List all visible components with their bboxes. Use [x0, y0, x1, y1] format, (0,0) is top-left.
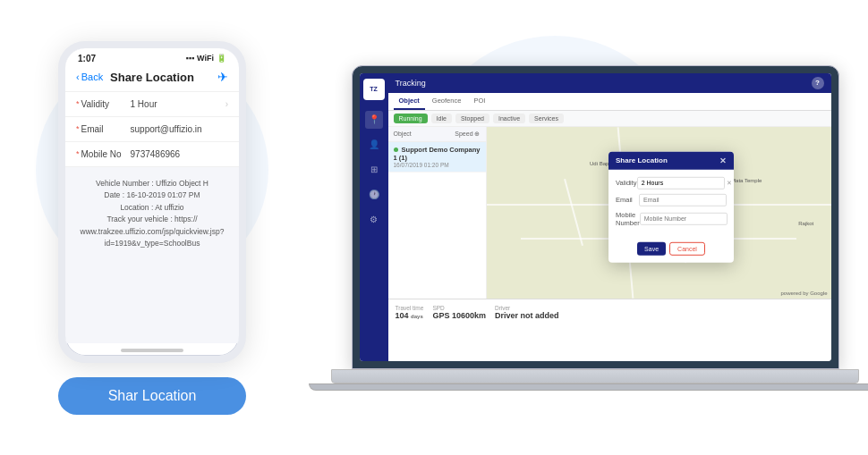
- email-label: Email: [81, 124, 131, 134]
- tab-object[interactable]: Object: [394, 93, 425, 110]
- message-line6: id=1919&v_type=SchoolBus: [76, 238, 228, 250]
- dialog-validity-input[interactable]: [637, 176, 725, 189]
- map-area: Bala Mata Temple Bhavani Mata Temple Udi…: [487, 127, 831, 299]
- laptop-screen: TZ 📍 👤 ⊞ 🕐: [360, 73, 831, 361]
- dialog-validity-label: Validity: [616, 179, 637, 187]
- col-object-label: Object: [394, 131, 412, 138]
- message-line4: Track your vehicle : https://: [76, 214, 228, 226]
- google-watermark: powered by Google: [780, 291, 827, 296]
- app-logo[interactable]: TZ: [363, 79, 385, 100]
- sidebar-item-layers[interactable]: ⊞: [365, 161, 383, 179]
- map-label-4: Rajkot: [798, 221, 813, 226]
- phone-wrapper: 1:07 ▪▪▪ WiFi 🔋 ‹ Back Share Location ✈: [18, 41, 286, 415]
- mobile-label: Mobile No: [81, 149, 131, 159]
- filter-bar: Running Idle Stopped Inactive Services: [388, 111, 831, 127]
- phone-header: ‹ Back Share Location ✈: [65, 65, 239, 92]
- dialog-cancel-button[interactable]: Cancel: [669, 241, 705, 255]
- form-row-mobile[interactable]: * Mobile No 9737486966: [65, 142, 239, 167]
- battery-icon: 🔋: [217, 54, 226, 63]
- share-dialog-title: Share Location: [616, 156, 668, 164]
- mobile-value: 9737486966: [131, 149, 228, 159]
- person-icon: 👤: [369, 139, 379, 149]
- speed-label: SPD: [432, 305, 486, 311]
- share-location-dialog: Share Location ✕ Validity ✕: [608, 151, 734, 262]
- main-content: Tracking ? Object Geofence POI Runn: [388, 73, 831, 361]
- location-icon: 📍: [369, 114, 379, 124]
- vehicle-time: 16/07/2019 01:20 PM: [394, 162, 481, 168]
- tab-poi[interactable]: POI: [468, 93, 490, 110]
- message-line5: www.trakzee.uffizio.com/jsp/quickview.js…: [76, 226, 228, 239]
- vehicle-item-0[interactable]: Support Demo Company 1 (1) 16/07/2019 01…: [388, 142, 486, 173]
- share-dialog-footer: Save Cancel: [608, 238, 734, 262]
- clock-icon: 🕐: [369, 190, 379, 199]
- tab-geofence[interactable]: Geofence: [427, 93, 467, 110]
- filter-idle[interactable]: Idle: [431, 114, 452, 123]
- validity-required-star: *: [76, 99, 80, 108]
- travel-time-unit: days: [411, 314, 423, 319]
- share-dialog-close-button[interactable]: ✕: [719, 156, 727, 164]
- sidebar-item-settings[interactable]: ⚙: [365, 211, 383, 229]
- vehicle-list-header: Object Speed ⊕: [388, 127, 486, 142]
- phone-frame: 1:07 ▪▪▪ WiFi 🔋 ‹ Back Share Location ✈: [58, 41, 246, 363]
- driver-value: Driver not added: [495, 311, 559, 320]
- sidebar-item-clock[interactable]: 🕐: [365, 186, 383, 204]
- vehicle-company: Support Demo Company 1 (1): [394, 146, 481, 162]
- dialog-validity-close[interactable]: ✕: [727, 179, 732, 186]
- app-title: Tracking: [396, 79, 426, 88]
- laptop-base: [331, 369, 859, 383]
- dialog-row-mobile: Mobile Number: [616, 210, 727, 226]
- map-background: Bala Mata Temple Bhavani Mata Temple Udi…: [487, 127, 831, 299]
- chevron-left-icon: ‹: [76, 72, 80, 82]
- gear-icon: ⚙: [370, 215, 378, 224]
- laptop-screen-frame: TZ 📍 👤 ⊞ 🕐: [352, 65, 839, 369]
- sidebar-item-person[interactable]: 👤: [365, 136, 383, 154]
- dialog-row-validity: Validity ✕: [616, 176, 727, 189]
- dialog-mobile-input[interactable]: [640, 212, 728, 224]
- tracking-app: TZ 📍 👤 ⊞ 🕐: [360, 73, 831, 361]
- speed-value: GPS 10600km: [432, 311, 486, 320]
- help-button[interactable]: ?: [812, 77, 824, 89]
- stat-travel-time: Travel time 104 days: [396, 305, 424, 356]
- col-speed-label: Speed ⊕: [455, 131, 480, 138]
- travel-time-label: Travel time: [396, 305, 424, 311]
- sidebar-item-location[interactable]: 📍: [365, 111, 383, 129]
- dialog-email-label: Email: [616, 196, 639, 204]
- share-location-button[interactable]: Shar Location: [58, 377, 246, 415]
- phone-home-indicator: [121, 349, 183, 352]
- stat-driver: Driver Driver not added: [495, 305, 559, 356]
- phone-back-button[interactable]: ‹ Back: [76, 72, 103, 82]
- form-row-email[interactable]: * Email support@uffizio.in: [65, 117, 239, 142]
- filter-services[interactable]: Services: [529, 114, 564, 123]
- bottom-panel: Travel time 104 days SPD GPS 10600km: [388, 299, 831, 361]
- mobile-required-star: *: [76, 149, 80, 158]
- bottom-stats: Travel time 104 days SPD GPS 10600km: [388, 299, 831, 361]
- dialog-mobile-label: Mobile Number: [616, 210, 640, 226]
- phone-status-bar: 1:07 ▪▪▪ WiFi 🔋: [65, 48, 239, 65]
- travel-time-value: 104 days: [396, 311, 424, 320]
- email-required-star: *: [76, 124, 80, 133]
- travel-time-number: 104: [396, 311, 409, 320]
- dialog-email-input[interactable]: [639, 193, 727, 206]
- vehicle-status-dot: [394, 147, 398, 152]
- dialog-save-button[interactable]: Save: [637, 241, 666, 255]
- phone-message-area: Vehicle Number : Uffizio Object H Date :…: [65, 167, 239, 262]
- phone-button-area: Shar Location: [58, 377, 246, 415]
- phone-form: * Validity 1 Hour › * Email support@uffi…: [65, 92, 239, 343]
- email-value: support@uffizio.in: [131, 124, 228, 134]
- main-container: 1:07 ▪▪▪ WiFi 🔋 ‹ Back Share Location ✈: [18, 13, 850, 442]
- form-row-validity[interactable]: * Validity 1 Hour ›: [65, 92, 239, 117]
- filter-inactive[interactable]: Inactive: [493, 114, 525, 123]
- phone-status-icons: ▪▪▪ WiFi 🔋: [186, 54, 227, 63]
- filter-stopped[interactable]: Stopped: [455, 114, 489, 123]
- stat-speed: SPD GPS 10600km: [432, 305, 486, 356]
- row-arrow-icon: ›: [226, 99, 228, 109]
- filter-running[interactable]: Running: [394, 114, 428, 123]
- share-dialog-header: Share Location ✕: [608, 151, 734, 169]
- driver-label: Driver: [495, 305, 559, 311]
- vehicle-name: Support Demo Company 1 (1): [394, 146, 481, 162]
- content-area: Object Speed ⊕ Support Demo Company 1 (1…: [388, 127, 831, 299]
- navigation-icon[interactable]: ✈: [217, 70, 228, 84]
- phone-time: 1:07: [78, 54, 96, 63]
- vehicle-list: Object Speed ⊕ Support Demo Company 1 (1…: [388, 127, 487, 299]
- app-header: Tracking ?: [388, 73, 831, 93]
